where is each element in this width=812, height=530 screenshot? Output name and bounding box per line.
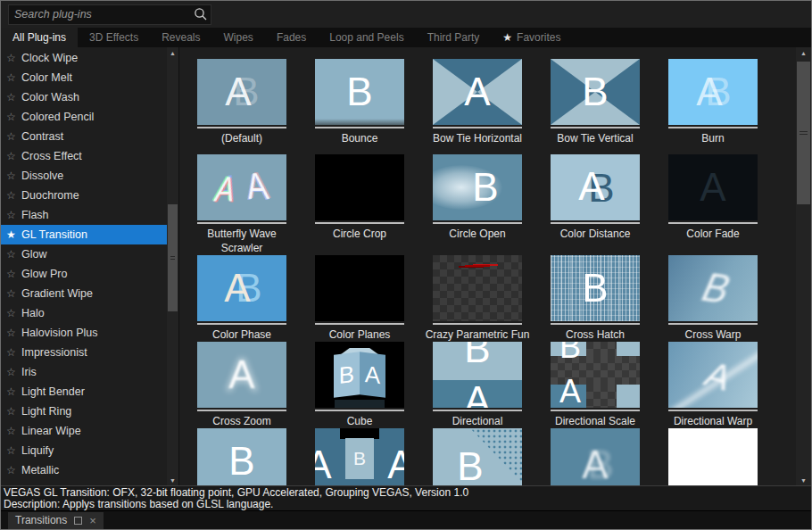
- grid-item-crazy-parametric-fun[interactable]: Crazy Parametric Fun: [433, 255, 522, 342]
- star-outline-icon[interactable]: ☆: [6, 268, 21, 280]
- star-outline-icon[interactable]: ☆: [6, 444, 21, 457]
- star-outline-icon[interactable]: ☆: [6, 385, 21, 398]
- grid-item-r5-zoom[interactable]: AA: [315, 428, 404, 485]
- sidebar-item-flash[interactable]: ☆Flash: [1, 205, 167, 225]
- grid-item-directional-scale[interactable]: BADirectional Scale: [551, 342, 640, 428]
- transition-thumbnail: BA: [197, 59, 286, 125]
- sidebar-item-color-wash[interactable]: ☆Color Wash: [1, 87, 167, 107]
- grid-item-circle-open[interactable]: BCircle Open: [433, 154, 522, 255]
- grid-item-color-phase[interactable]: BAColor Phase: [197, 255, 286, 342]
- tab-3d-effects[interactable]: 3D Effects: [78, 28, 150, 47]
- grid-item-r5-blur[interactable]: AB: [551, 428, 640, 485]
- scroll-down-icon[interactable]: ▼: [167, 475, 178, 485]
- transitions-window-tab[interactable]: Transitions ×: [8, 512, 104, 529]
- grid-item-cross-zoom[interactable]: AACross Zoom: [197, 342, 286, 428]
- sidebar-item-light-bender[interactable]: ☆Light Bender: [1, 382, 167, 402]
- float-square-icon[interactable]: [74, 517, 82, 525]
- sidebar-item-contrast[interactable]: ☆Contrast: [1, 127, 167, 146]
- star-outline-icon[interactable]: ☆: [6, 170, 21, 182]
- sidebar-item-impressionist[interactable]: ☆Impressionist: [1, 343, 167, 362]
- grid-scrollbar[interactable]: ▲ ▼: [796, 47, 811, 485]
- scroll-up-icon[interactable]: ▲: [167, 47, 178, 58]
- grid-item-r5-white[interactable]: [668, 428, 758, 485]
- sidebar-item-iris[interactable]: ☆Iris: [1, 362, 167, 382]
- sidebar-item-linear-wipe[interactable]: ☆Linear Wipe: [1, 421, 167, 441]
- transition-label: Cross Warp: [654, 327, 772, 342]
- grid-item-cross-hatch[interactable]: BCross Hatch: [551, 255, 640, 342]
- star-outline-icon[interactable]: ☆: [6, 71, 21, 84]
- grid-item-bounce[interactable]: BBounce: [315, 59, 404, 145]
- star-outline-icon[interactable]: ☆: [6, 150, 21, 162]
- star-outline-icon[interactable]: ☆: [6, 209, 21, 221]
- sidebar-item-gl-transition[interactable]: ★GL Transition: [1, 225, 167, 244]
- grid-item-r5-b[interactable]: B: [197, 428, 286, 485]
- sidebar-item-halo[interactable]: ☆Halo: [1, 303, 167, 323]
- thumb-letter: A: [668, 72, 754, 112]
- sidebar-item-color-melt[interactable]: ☆Color Melt: [1, 68, 167, 87]
- star-outline-icon[interactable]: ☆: [6, 248, 21, 261]
- star-outline-icon[interactable]: ☆: [6, 307, 21, 319]
- grid-item-color-planes[interactable]: Color Planes: [315, 255, 404, 342]
- sidebar-item-colored-pencil[interactable]: ☆Colored Pencil: [1, 107, 167, 127]
- tab-loop-and-peels[interactable]: Loop and Peels: [318, 28, 415, 47]
- grid-item-cube[interactable]: BACube: [315, 342, 404, 428]
- search-input[interactable]: [9, 8, 191, 21]
- star-outline-icon[interactable]: ☆: [6, 425, 21, 437]
- tab-favorites[interactable]: ★Favorites: [491, 28, 572, 47]
- grid-item-r5-dots[interactable]: B: [433, 428, 522, 485]
- sidebar-item-liquify[interactable]: ☆Liquify: [1, 441, 167, 460]
- sidebar-item-label: Iris: [21, 366, 37, 378]
- sidebar-item-metallic[interactable]: ☆Metallic: [1, 460, 167, 480]
- grid-item-cross-warp[interactable]: BCross Warp: [668, 255, 758, 342]
- sidebar-scrollbar[interactable]: ▲ ▼: [167, 47, 178, 485]
- sidebar-item-duochrome[interactable]: ☆Duochrome: [1, 186, 167, 205]
- transition-label: Circle Crop: [301, 227, 418, 241]
- grid-row: BA(Default)BBounceABow Tie HorizontalBBo…: [197, 59, 796, 145]
- star-icon[interactable]: ★: [6, 228, 21, 241]
- star-outline-icon[interactable]: ☆: [6, 327, 21, 339]
- tab-reveals[interactable]: Reveals: [150, 28, 211, 47]
- grid-item-default[interactable]: BA(Default): [197, 59, 286, 145]
- tab-all-plug-ins[interactable]: All Plug-ins: [1, 28, 78, 47]
- tab-label: Wipes: [224, 31, 253, 44]
- scroll-down-icon[interactable]: ▼: [796, 475, 811, 485]
- search-icon[interactable]: [191, 7, 211, 21]
- star-outline-icon[interactable]: ☆: [6, 366, 21, 378]
- sidebar-item-clock-wipe[interactable]: ☆Clock Wipe: [1, 48, 167, 68]
- star-outline-icon[interactable]: ☆: [6, 111, 21, 123]
- grid-item-color-distance[interactable]: BAColor Distance: [551, 154, 640, 255]
- grid-item-circle-crop[interactable]: Circle Crop: [315, 154, 404, 255]
- star-outline-icon[interactable]: ☆: [6, 130, 21, 143]
- tab-wipes[interactable]: Wipes: [212, 28, 265, 47]
- star-outline-icon[interactable]: ☆: [6, 189, 21, 202]
- sidebar-item-glow[interactable]: ☆Glow: [1, 244, 167, 264]
- thumb-letter: A: [197, 269, 282, 308]
- grid-item-directional-warp[interactable]: ADirectional Warp: [668, 342, 758, 428]
- tab-third-party[interactable]: Third Party: [416, 28, 492, 47]
- sidebar-scrollbar-thumb[interactable]: [168, 204, 178, 311]
- sidebar-item-light-ring[interactable]: ☆Light Ring: [1, 402, 167, 421]
- star-outline-icon[interactable]: ☆: [6, 287, 21, 300]
- grid-item-bow-tie-vertical[interactable]: BBow Tie Vertical: [551, 59, 640, 145]
- sidebar-item-halovision-plus[interactable]: ☆Halovision Plus: [1, 323, 167, 343]
- search-box[interactable]: [8, 4, 211, 25]
- thumbnail-underline: [315, 222, 404, 224]
- close-x-icon[interactable]: ×: [89, 515, 96, 526]
- grid-item-butterfly-wave-scrawler[interactable]: AAButterfly Wave Scrawler: [197, 154, 286, 255]
- star-outline-icon[interactable]: ☆: [6, 52, 21, 64]
- sidebar-item-glow-pro[interactable]: ☆Glow Pro: [1, 264, 167, 284]
- star-outline-icon[interactable]: ☆: [6, 405, 21, 418]
- tab-fades[interactable]: Fades: [265, 28, 318, 47]
- grid-item-bow-tie-horizontal[interactable]: ABow Tie Horizontal: [433, 59, 522, 145]
- star-outline-icon[interactable]: ☆: [6, 464, 21, 476]
- grid-item-color-fade[interactable]: AColor Fade: [668, 154, 758, 255]
- star-outline-icon[interactable]: ☆: [6, 91, 21, 104]
- star-outline-icon[interactable]: ☆: [6, 346, 21, 359]
- sidebar-item-cross-effect[interactable]: ☆Cross Effect: [1, 146, 167, 166]
- scroll-up-icon[interactable]: ▲: [796, 47, 811, 58]
- grid-scrollbar-thumb[interactable]: [797, 62, 810, 204]
- sidebar-item-dissolve[interactable]: ☆Dissolve: [1, 166, 167, 186]
- grid-item-directional[interactable]: BADirectional: [433, 342, 522, 428]
- sidebar-item-gradient-wipe[interactable]: ☆Gradient Wipe: [1, 284, 167, 303]
- grid-item-burn[interactable]: BABurn: [668, 59, 758, 145]
